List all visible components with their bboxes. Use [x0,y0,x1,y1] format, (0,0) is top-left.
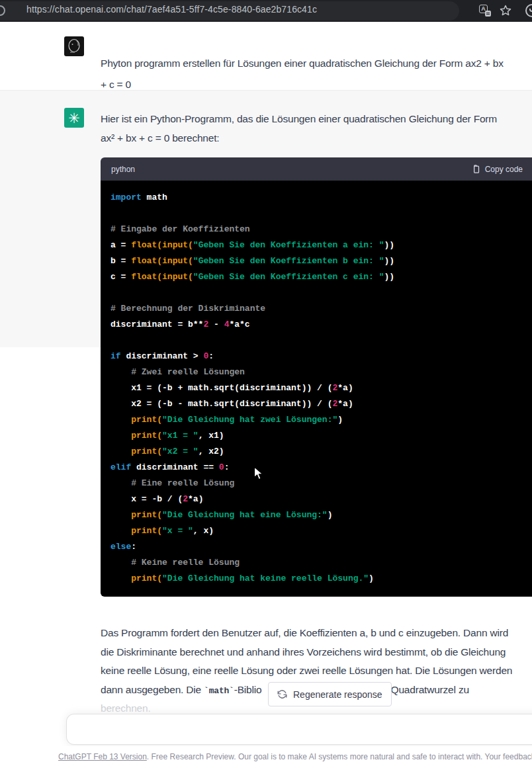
message-input[interactable] [66,714,532,745]
regenerate-label: Regenerate response [293,689,382,700]
refresh-icon [277,689,287,699]
code-line: x2 = (-b - math.sqrt(discriminant)) / (2… [111,396,532,412]
footer: ChatGPT Feb 13 Version. Free Research Pr… [0,746,532,766]
code-language-label: python [111,165,135,174]
user-message-line: Phyton programm erstellen für Lösungen e… [101,53,504,74]
footer-disclaimer: . Free Research Preview. Our goal is to … [147,752,532,761]
code-line [111,333,532,349]
user-avatar [64,36,84,56]
code-line [111,206,532,222]
code-line: # Eingabe der Koeffizienten [111,222,532,237]
assistant-intro-text: Hier ist ein Python-Programm, das die Lö… [101,109,497,148]
code-line: import math [111,190,532,206]
copy-code-label: Copy code [485,165,523,174]
chatgpt-logo-icon: ✳ [64,108,84,128]
code-line: elif discriminant == 0: [111,460,532,476]
browser-address-bar: https://chat.openai.com/chat/7aef4a51-5f… [0,0,532,22]
bookmark-star-icon[interactable] [499,4,512,17]
code-block-header: python Copy code [101,157,532,181]
code-line: # Berechnung der Diskriminante [111,301,532,317]
translate-icon[interactable]: A [479,5,491,17]
code-line: c = float(input("Geben Sie den Koeffizie… [111,269,532,285]
code-line: # Zwei reelle Lösungen [111,364,532,380]
version-link[interactable]: ChatGPT Feb 13 Version [58,752,147,761]
code-line: b = float(input("Geben Sie den Koeffizie… [111,253,532,269]
code-line: x = -b / (2*a) [111,491,532,507]
code-line: x1 = (-b + math.sqrt(discriminant)) / (2… [111,380,532,396]
code-line: print("x = ", x) [111,523,532,539]
code-line: # Keine reelle Lösung [111,555,532,571]
clipboard-icon [470,164,480,174]
explanation-line: Das Programm fordert den Benutzer auf, d… [101,624,532,643]
inline-code-math: `math` [204,686,234,696]
user-message-text: Phyton programm erstellen für Lösungen e… [101,53,504,95]
code-line: print("x1 = ", x1) [111,428,532,444]
footer-text: ChatGPT Feb 13 Version. Free Research Pr… [58,752,532,761]
assistant-intro-line: Hier ist ein Python-Programm, das die Lö… [101,109,497,128]
code-line [111,285,532,301]
mouse-cursor-icon [253,466,265,484]
code-line: if discriminant > 0: [111,349,532,364]
explanation-line: keine reelle Lösung, eine reelle Lösung … [101,661,532,681]
code-line: discriminant = b**2 - 4*a*c [111,317,532,333]
code-line: print("x2 = ", x2) [111,444,532,460]
explanation-line: die Diskriminante berechnet und anhand i… [101,643,532,662]
code-line: print("Die Gleichung hat keine reelle Lö… [111,571,532,587]
code-line: print("Die Gleichung hat zwei Lösungen:"… [111,412,532,428]
code-line: # Eine reelle Lösung [111,476,532,491]
browser-profile-icon[interactable] [525,4,532,17]
code-block: python Copy code import math # Eingabe d… [101,157,532,597]
copy-code-button[interactable]: Copy code [470,164,523,174]
chatgpt-page: https://chat.openai.com/chat/7aef4a51-5f… [0,0,532,766]
regenerate-response-button[interactable]: Regenerate response [268,682,392,706]
code-line: a = float(input("Geben Sie den Koeffizie… [111,237,532,253]
code-lines: import math # Eingabe der Koeffizientena… [101,181,532,597]
code-line: else: [111,539,532,555]
code-line: print("Die Gleichung hat eine Lösung:") [111,507,532,523]
assistant-intro-line: ax² + bx + c = 0 berechnet: [101,128,497,148]
assistant-message-row: ✳ Hier ist ein Python-Programm, das die … [0,91,532,766]
user-message-row: Phyton programm erstellen für Lösungen e… [0,22,532,91]
url-text[interactable]: https://chat.openai.com/chat/7aef4a51-5f… [26,4,317,15]
